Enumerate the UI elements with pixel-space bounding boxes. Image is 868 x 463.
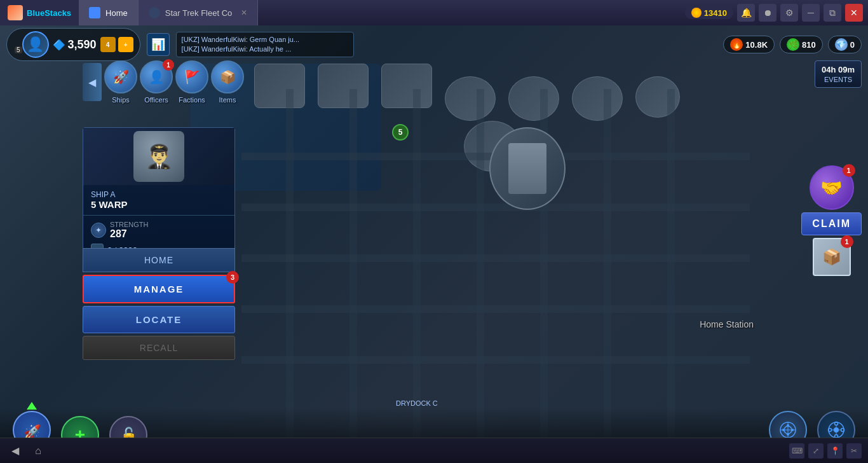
taskbar-home-btn[interactable]: ⌂ bbox=[29, 442, 47, 460]
tab-close[interactable]: ✕ bbox=[241, 8, 247, 17]
chat-line-1: [UKZ] WanderfulKiwi: Germ Quan ju... bbox=[182, 35, 348, 45]
game-tab[interactable]: Star Trek Fleet Co ✕ bbox=[139, 0, 258, 25]
claim-handshake-icon[interactable]: 🤝 1 bbox=[810, 165, 854, 210]
svg-point-10 bbox=[835, 422, 838, 425]
claim-button[interactable]: CLAIM bbox=[801, 212, 862, 235]
taskbar-back-btn[interactable]: ◀ bbox=[6, 442, 24, 460]
coins-value: 13410 bbox=[704, 8, 727, 18]
close-btn[interactable]: ✕ bbox=[845, 4, 863, 22]
player-info: 5 👤 🔷 3,590 4 + bbox=[6, 28, 140, 61]
officers-icon-circle: 👤 1 bbox=[140, 60, 173, 93]
fire-resource: 🔥 10.8K bbox=[723, 36, 775, 53]
coin-icon bbox=[691, 8, 702, 18]
taskbar-location-icon[interactable]: 📍 bbox=[827, 443, 843, 459]
gift-badges: 4 + bbox=[100, 37, 133, 52]
road-v4 bbox=[477, 89, 484, 458]
ship-name-section: SHIP A 5 WARP bbox=[83, 185, 234, 216]
titlebar: BlueStacks Home Star Trek Fleet Co ✕ 134… bbox=[0, 0, 868, 25]
nav-factions[interactable]: 🚩 Factions bbox=[175, 60, 208, 104]
svg-point-5 bbox=[787, 433, 789, 436]
green-icon: 🌿 bbox=[787, 38, 799, 51]
tower-body bbox=[508, 143, 546, 194]
factions-label: Factions bbox=[179, 96, 205, 104]
ships-icon-circle: 🚀 bbox=[104, 60, 137, 93]
svg-point-12 bbox=[829, 429, 832, 432]
crystal-icon: 💎 bbox=[835, 38, 848, 51]
svg-point-13 bbox=[841, 429, 844, 432]
locate-btn[interactable]: LOCATE bbox=[83, 306, 235, 333]
officers-label: Officers bbox=[144, 96, 168, 104]
road-v7 bbox=[667, 89, 675, 458]
settings-btn[interactable]: ⚙ bbox=[780, 4, 798, 22]
home-tab-icon bbox=[89, 7, 100, 18]
ship-portrait-image: 👨‍✈️ bbox=[133, 131, 184, 182]
mystery-box[interactable]: 📦 1 bbox=[813, 238, 851, 276]
events-label: EVENTS bbox=[822, 76, 855, 83]
game-area: 5 Home Station 5 👤 🔷 3,590 4 + 📊 bbox=[0, 25, 868, 463]
ship-panel: 👨‍✈️ SHIP A 5 WARP ✦ STRENGTH 287 ▣ 0 / … bbox=[83, 127, 235, 262]
items-icon-circle: 📦 bbox=[211, 60, 244, 93]
strength-value: 287 bbox=[110, 228, 149, 240]
road-v6 bbox=[604, 89, 611, 458]
strength-icon: ✦ bbox=[91, 223, 106, 238]
notification-btn[interactable]: 🔔 bbox=[737, 4, 755, 22]
svg-point-4 bbox=[787, 424, 789, 427]
nav-items[interactable]: 📦 Items bbox=[211, 60, 244, 104]
taskbar-scissors-icon[interactable]: ✂ bbox=[846, 443, 862, 459]
recall-btn[interactable]: RECALL bbox=[83, 336, 235, 360]
gift-badge-yellow[interactable]: 4 bbox=[100, 37, 116, 52]
map-badge-5: 5 bbox=[392, 124, 409, 141]
action-buttons: HOME MANAGE 3 LOCATE RECALL bbox=[83, 248, 235, 360]
titlebar-controls: 13410 🔔 ⏺ ⚙ ─ ⧉ ✕ bbox=[685, 4, 868, 22]
nav-left-arrow[interactable]: ◀ bbox=[83, 63, 102, 101]
road-v1 bbox=[286, 89, 294, 458]
record-btn[interactable]: ⏺ bbox=[759, 4, 776, 22]
chat-line-2: [UKZ] WanderfulKiwi: Actually he ... bbox=[182, 45, 348, 54]
officers-badge: 1 bbox=[163, 59, 174, 71]
home-tab[interactable]: Home bbox=[79, 0, 139, 25]
bluestacks-logo[interactable]: BlueStacks bbox=[0, 0, 79, 25]
system-taskbar: ◀ ⌂ ⌨ ⤢ 📍 ✂ bbox=[0, 438, 868, 463]
restore-btn[interactable]: ⧉ bbox=[824, 4, 841, 22]
taskbar-keyboard-icon[interactable]: ⌨ bbox=[789, 443, 804, 459]
green-value: 810 bbox=[802, 40, 816, 50]
platform-4 bbox=[445, 76, 496, 121]
ship-name: SHIP A bbox=[91, 190, 227, 199]
strength-row: ✦ STRENGTH 287 bbox=[91, 221, 227, 240]
gift-badge-plus[interactable]: + bbox=[118, 37, 133, 52]
svg-point-7 bbox=[791, 429, 794, 431]
green-resource: 🌿 810 bbox=[780, 36, 823, 53]
game-tab-icon bbox=[149, 7, 160, 18]
chat-box: [UKZ] WanderfulKiwi: Germ Quan ju... [UK… bbox=[176, 32, 354, 58]
nav-ships[interactable]: 🚀 Ships bbox=[104, 60, 137, 104]
system-svg-icon bbox=[827, 420, 846, 439]
platform-1 bbox=[254, 64, 305, 108]
manage-btn[interactable]: MANAGE bbox=[83, 275, 235, 303]
events-countdown: 04h 09m bbox=[822, 65, 855, 74]
taskbar-resize-icon[interactable]: ⤢ bbox=[808, 443, 824, 459]
mystery-badge: 1 bbox=[841, 235, 853, 248]
fire-icon: 🔥 bbox=[730, 38, 743, 51]
player-level: 5 bbox=[15, 46, 22, 53]
minimize-btn[interactable]: ─ bbox=[802, 4, 820, 22]
crystal-value: 0 bbox=[850, 40, 855, 50]
factions-icon-circle: 🚩 bbox=[175, 60, 208, 93]
drydock-label: DRYDOCK C bbox=[396, 399, 438, 407]
chart-icon[interactable]: 📊 bbox=[147, 33, 170, 56]
events-timer[interactable]: 04h 09m EVENTS bbox=[815, 60, 862, 88]
manage-btn-wrapper: MANAGE 3 bbox=[83, 275, 235, 303]
svg-point-6 bbox=[782, 429, 785, 431]
road-v2 bbox=[349, 89, 357, 458]
exterior-svg-icon bbox=[778, 420, 797, 439]
claim-badge: 1 bbox=[843, 164, 855, 177]
platform-3 bbox=[381, 64, 432, 108]
chat-text-2: [UKZ] WanderfulKiwi: Actually he ... bbox=[182, 45, 292, 53]
top-overlay: 5 👤 🔷 3,590 4 + 📊 [UKZ] WanderfulKiwi: G… bbox=[0, 25, 868, 64]
items-label: Items bbox=[219, 96, 236, 104]
nav-icons: ◀ 🚀 Ships 👤 1 Officers 🚩 Factions 📦 Item… bbox=[83, 60, 244, 104]
nav-officers[interactable]: 👤 1 Officers bbox=[140, 60, 173, 104]
platform-6 bbox=[572, 76, 623, 121]
home-action-btn[interactable]: HOME bbox=[83, 248, 235, 272]
chat-text-1: [UKZ] WanderfulKiwi: Germ Quan ju... bbox=[182, 36, 299, 43]
taskbar-right: ⌨ ⤢ 📍 ✂ bbox=[789, 443, 862, 459]
